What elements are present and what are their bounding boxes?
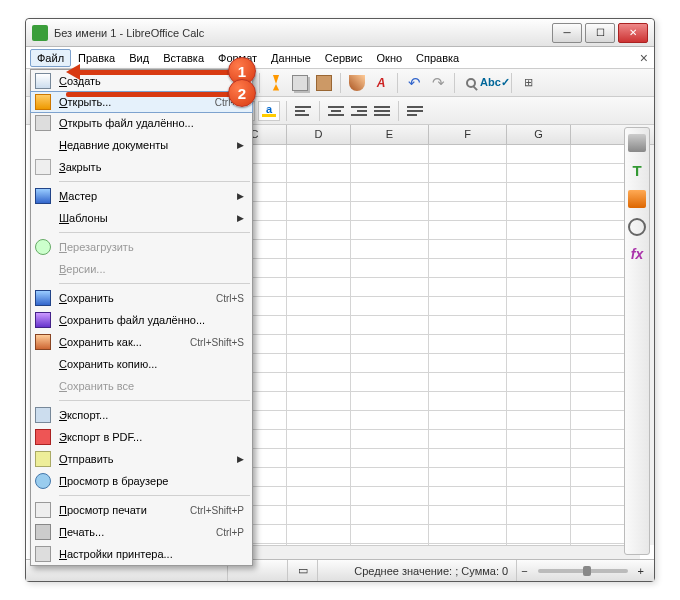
- insert-mode[interactable]: ▭: [288, 560, 318, 581]
- menu-item-просмотр-в-браузере[interactable]: Просмотр в браузере: [31, 470, 252, 492]
- menu-item-сохранить-как-[interactable]: Сохранить как...Ctrl+Shift+S: [31, 331, 252, 353]
- spellcheck-button[interactable]: Abc✓: [484, 72, 506, 94]
- find-button[interactable]: [460, 72, 482, 94]
- close-button[interactable]: ✕: [618, 23, 648, 43]
- menu-view[interactable]: Вид: [122, 49, 156, 67]
- highlight-color-button[interactable]: a: [258, 101, 280, 121]
- menu-item-сохранить[interactable]: СохранитьCtrl+S: [31, 287, 252, 309]
- menu-window[interactable]: Окно: [370, 49, 410, 67]
- submenu-arrow-icon: ▶: [237, 213, 252, 223]
- menu-item-label: Версии...: [55, 263, 252, 275]
- table-row[interactable]: [223, 335, 640, 354]
- menu-item-настройки-принтера-[interactable]: Настройки принтера...: [31, 543, 252, 565]
- menu-item-мастер[interactable]: Мастер▶: [31, 185, 252, 207]
- table-row[interactable]: [223, 373, 640, 392]
- menu-help[interactable]: Справка: [409, 49, 466, 67]
- menu-item-печать-[interactable]: Печать...Ctrl+P: [31, 521, 252, 543]
- callout-2: 2: [228, 79, 256, 107]
- table-row[interactable]: [223, 183, 640, 202]
- menu-item-просмотр-печати[interactable]: Просмотр печатиCtrl+Shift+P: [31, 499, 252, 521]
- magnifier-icon: [466, 78, 476, 88]
- menu-item-label: Создать: [55, 75, 237, 87]
- column-header[interactable]: E: [351, 125, 429, 144]
- clear-formatting-button[interactable]: A: [370, 72, 392, 94]
- table-row[interactable]: [223, 430, 640, 449]
- menu-item-закрыть[interactable]: Закрыть: [31, 156, 252, 178]
- menu-item-недавние-документы[interactable]: Недавние документы▶: [31, 134, 252, 156]
- column-header[interactable]: F: [429, 125, 507, 144]
- align-center-button[interactable]: [326, 102, 346, 120]
- align-justify-button[interactable]: [372, 102, 392, 120]
- align-left-button[interactable]: [293, 102, 313, 120]
- table-row[interactable]: [223, 278, 640, 297]
- menu-item-экспорт-[interactable]: Экспорт...: [31, 404, 252, 426]
- table-row[interactable]: [223, 506, 640, 525]
- menu-item-label: Сохранить как...: [55, 336, 190, 348]
- menu-insert[interactable]: Вставка: [156, 49, 211, 67]
- menu-item-версии-: Версии...: [31, 258, 252, 280]
- table-row[interactable]: [223, 145, 640, 164]
- side-panel: T fx: [624, 127, 650, 555]
- brush-icon: [349, 75, 365, 91]
- reload-icon: [35, 239, 51, 255]
- menu-tools[interactable]: Сервис: [318, 49, 370, 67]
- table-row[interactable]: [223, 316, 640, 335]
- table-row[interactable]: [223, 354, 640, 373]
- table-row[interactable]: [223, 468, 640, 487]
- cut-button[interactable]: [265, 72, 287, 94]
- menu-item-label: Сохранить файл удалённо...: [55, 314, 252, 326]
- table-row[interactable]: [223, 525, 640, 544]
- grid-button[interactable]: ⊞: [517, 72, 539, 94]
- shortcut-label: Ctrl+Shift+S: [190, 337, 252, 348]
- shortcut-label: Ctrl+P: [216, 527, 252, 538]
- table-row[interactable]: [223, 240, 640, 259]
- properties-icon[interactable]: [628, 134, 646, 152]
- table-row[interactable]: [223, 487, 640, 506]
- close-document-button[interactable]: ×: [640, 50, 648, 66]
- menu-item-экспорт-в-pdf-[interactable]: Экспорт в PDF...: [31, 426, 252, 448]
- table-row[interactable]: [223, 411, 640, 430]
- table-row[interactable]: [223, 259, 640, 278]
- horizontal-scrollbar[interactable]: [223, 545, 640, 559]
- menu-item-сохранить-файл-удал-нно-[interactable]: Сохранить файл удалённо...: [31, 309, 252, 331]
- menu-item-label: Сохранить: [55, 292, 216, 304]
- preview-icon: [35, 502, 51, 518]
- menu-item-отправить[interactable]: Отправить▶: [31, 448, 252, 470]
- redo-button[interactable]: ↷: [427, 72, 449, 94]
- copy-button[interactable]: [289, 72, 311, 94]
- maximize-button[interactable]: ☐: [585, 23, 615, 43]
- table-row[interactable]: [223, 164, 640, 183]
- menu-item-открыть-файл-удал-нно-[interactable]: Открыть файл удалённо...: [31, 112, 252, 134]
- paste-button[interactable]: [313, 72, 335, 94]
- menu-item-label: Печать...: [55, 526, 216, 538]
- column-header[interactable]: G: [507, 125, 571, 144]
- undo-button[interactable]: ↶: [403, 72, 425, 94]
- zoom-slider[interactable]: [538, 569, 628, 573]
- column-header[interactable]: D: [287, 125, 351, 144]
- grid-icon: ⊞: [524, 76, 533, 89]
- menu-item-сохранить-копию-[interactable]: Сохранить копию...: [31, 353, 252, 375]
- navigator-icon[interactable]: [628, 218, 646, 236]
- menu-file[interactable]: Файл: [30, 49, 71, 67]
- table-row[interactable]: [223, 221, 640, 240]
- minimize-button[interactable]: ─: [552, 23, 582, 43]
- table-row[interactable]: [223, 449, 640, 468]
- saver-icon: [35, 312, 51, 328]
- wrap-text-button[interactable]: [405, 102, 425, 120]
- menu-item-label: Экспорт...: [55, 409, 252, 421]
- text-icon[interactable]: T: [628, 162, 646, 180]
- table-row[interactable]: [223, 297, 640, 316]
- menu-item-шаблоны[interactable]: Шаблоны▶: [31, 207, 252, 229]
- align-right-button[interactable]: [349, 102, 369, 120]
- status-summary: Среднее значение: ; Сумма: 0: [318, 560, 517, 581]
- grid[interactable]: [223, 145, 640, 559]
- menu-data[interactable]: Данные: [264, 49, 318, 67]
- close-icon: [35, 159, 51, 175]
- functions-icon[interactable]: fx: [628, 246, 646, 264]
- app-window: Без имени 1 - LibreOffice Calc ─ ☐ ✕ Фай…: [25, 18, 655, 582]
- gallery-icon[interactable]: [628, 190, 646, 208]
- table-row[interactable]: [223, 392, 640, 411]
- table-row[interactable]: [223, 202, 640, 221]
- clone-formatting-button[interactable]: [346, 72, 368, 94]
- clipboard-icon: [316, 75, 332, 91]
